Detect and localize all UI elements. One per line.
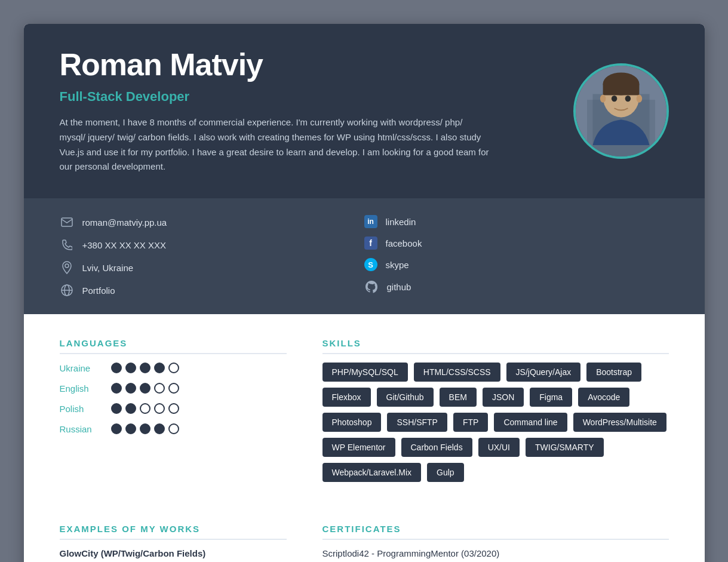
dot [125, 363, 136, 373]
dot [168, 423, 179, 434]
skill-tag: JSON [483, 388, 524, 407]
dot [125, 403, 136, 414]
works-title: EXAMPLES OF MY WORKS [60, 524, 287, 540]
location-value: Lviv, Ukraine [82, 263, 134, 273]
dot [111, 423, 122, 434]
dot [168, 403, 179, 414]
facebook-value: facebook [386, 238, 422, 248]
contact-email[interactable]: roman@matviy.pp.ua [60, 215, 364, 229]
bottom-section: EXAMPLES OF MY WORKS GlowCity (WP/Twig/C… [24, 506, 705, 562]
dot [125, 383, 136, 394]
lang-polish-name: Polish [60, 404, 102, 414]
location-icon [60, 260, 74, 275]
skill-tag: Git/Github [377, 388, 434, 407]
dot [111, 383, 122, 394]
skill-tag: Webpack/Laravel.Mix [322, 463, 422, 482]
lang-russian: Russian [60, 423, 287, 434]
skype-value: skype [386, 260, 409, 270]
github-value: github [387, 282, 411, 292]
contact-github[interactable]: github [364, 280, 669, 294]
skills-title: SKILLS [322, 338, 669, 354]
person-title: Full-Stack Developer [60, 89, 549, 105]
certificates-title: CERTIFICATES [322, 524, 669, 540]
globe-icon [60, 283, 74, 297]
certificates-section: CERTIFICATES Scriptlodi42 - ProgrammingM… [322, 524, 669, 562]
phone-icon [60, 238, 74, 252]
svg-point-7 [625, 96, 631, 102]
dot [154, 383, 165, 394]
languages-section: LANGUAGES Ukraine English [60, 338, 287, 482]
dot [154, 363, 165, 373]
skill-tag: PHP/MySQL/SQL [322, 363, 408, 382]
contact-col-right: in linkedin f facebook S skype github [364, 215, 669, 297]
skill-tag: Command line [494, 413, 567, 432]
skill-tag: Flexbox [322, 388, 371, 407]
skill-tag: UX/UI [478, 438, 520, 457]
contact-linkedin[interactable]: in linkedin [364, 215, 669, 228]
github-icon [364, 280, 379, 294]
skill-tag: Bootstrap [586, 363, 641, 382]
dot [140, 423, 150, 434]
dot [168, 363, 179, 373]
contact-portfolio[interactable]: Portfolio [60, 283, 364, 297]
skill-tag: Figma [530, 388, 572, 407]
lang-russian-dots [111, 423, 179, 434]
facebook-icon: f [364, 237, 377, 250]
header-left: Roman Matviy Full-Stack Developer At the… [60, 48, 549, 174]
skype-icon: S [364, 258, 377, 271]
linkedin-value: linkedin [386, 217, 416, 227]
dot [154, 403, 165, 414]
skill-tag: TWIG/SMARTY [526, 438, 604, 457]
svg-point-6 [611, 96, 617, 102]
skills-section: SKILLS PHP/MySQL/SQLHTML/CSS/SCSSJS/jQue… [322, 338, 669, 482]
skill-tag: Carbon Fields [401, 438, 472, 457]
person-bio: At the moment, I have 8 months of commer… [60, 115, 490, 174]
svg-point-9 [636, 95, 642, 103]
dot [140, 363, 150, 373]
skill-tag: JS/jQuery/Ajax [506, 363, 581, 382]
email-value: roman@matviy.pp.ua [82, 217, 167, 228]
lang-english: English [60, 383, 287, 394]
languages-title: LANGUAGES [60, 338, 287, 354]
skill-tag: BEM [440, 388, 477, 407]
svg-rect-10 [62, 218, 72, 226]
svg-point-11 [65, 264, 69, 268]
svg-rect-5 [603, 84, 639, 95]
contact-facebook[interactable]: f facebook [364, 237, 669, 250]
dot [125, 423, 136, 434]
two-col-layout: LANGUAGES Ukraine English [60, 338, 669, 482]
dot [154, 423, 165, 434]
dot [111, 403, 122, 414]
skill-tag: WP Elementor [322, 438, 395, 457]
skill-tag: HTML/CSS/SCSS [414, 363, 500, 382]
dot [140, 383, 150, 394]
skill-tag: Gulp [427, 463, 464, 482]
dot [140, 403, 150, 414]
lang-english-name: English [60, 383, 102, 394]
svg-point-8 [600, 95, 606, 103]
resume-card: Roman Matviy Full-Stack Developer At the… [24, 24, 705, 562]
portfolio-value: Portfolio [82, 285, 115, 296]
skill-tag: FTP [453, 413, 488, 432]
work-title-text: GlowCity (WP/Twig/Carbon Fields) [60, 548, 206, 558]
contact-section: roman@matviy.pp.ua +380 XX XX XX XXX [24, 198, 705, 314]
lang-ukraine-name: Ukraine [60, 363, 102, 373]
lang-polish-dots [111, 403, 179, 414]
cert-item: Scriptlodi42 - ProgrammingMentor (03/202… [322, 548, 669, 558]
skills-grid: PHP/MySQL/SQLHTML/CSS/SCSSJS/jQuery/Ajax… [322, 363, 669, 482]
skill-tag: Avocode [578, 388, 629, 407]
main-content: LANGUAGES Ukraine English [24, 314, 705, 506]
works-section: EXAMPLES OF MY WORKS GlowCity (WP/Twig/C… [60, 524, 287, 562]
lang-polish: Polish [60, 403, 287, 414]
lang-ukraine-dots [111, 363, 179, 373]
contact-col-left: roman@matviy.pp.ua +380 XX XX XX XXX [60, 215, 364, 297]
contact-phone[interactable]: +380 XX XX XX XXX [60, 238, 364, 252]
lang-russian-name: Russian [60, 424, 102, 434]
lang-english-dots [111, 383, 179, 394]
header-section: Roman Matviy Full-Stack Developer At the… [24, 24, 705, 198]
dot [168, 383, 179, 394]
contact-skype[interactable]: S skype [364, 258, 669, 271]
bottom-two-col: EXAMPLES OF MY WORKS GlowCity (WP/Twig/C… [60, 524, 669, 562]
work-item: GlowCity (WP/Twig/Carbon Fields) [60, 548, 287, 559]
skill-tag: WordPress/Multisite [573, 413, 666, 432]
